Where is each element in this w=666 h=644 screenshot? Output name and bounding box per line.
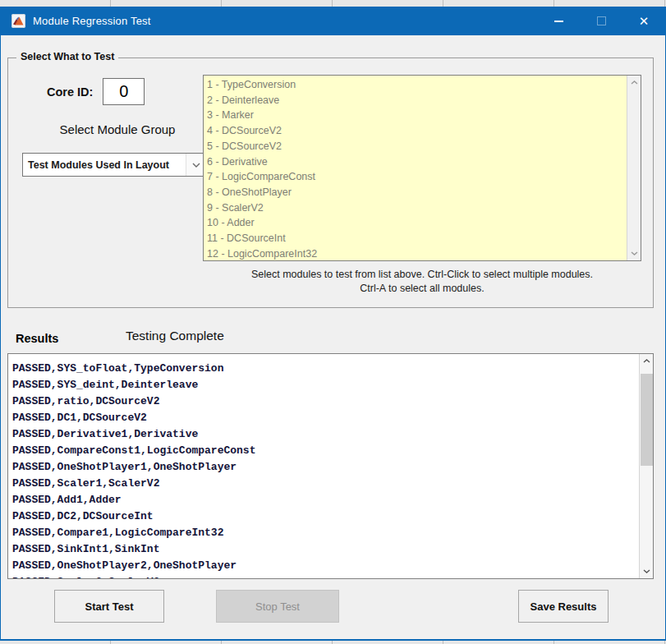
- module-regression-test-window: Module Regression Test ✕ Select What to …: [0, 7, 666, 641]
- result-line[interactable]: PASSED,SYS_toFloat,TypeConversion: [12, 361, 639, 377]
- core-id-row: Core ID:: [47, 78, 145, 105]
- result-line[interactable]: PASSED,Add1,Adder: [12, 492, 639, 508]
- scroll-up-icon[interactable]: [627, 76, 641, 90]
- module-list-item[interactable]: 1 - TypeConversion: [207, 77, 627, 93]
- result-line[interactable]: PASSED,Derivative1,Derivative: [12, 426, 639, 443]
- module-list-item[interactable]: 3 - Marker: [207, 108, 627, 123]
- module-list-item[interactable]: 7 - LogicCompareConst: [207, 169, 627, 185]
- scrollbar-thumb[interactable]: [641, 374, 653, 466]
- scroll-down-icon[interactable]: [627, 246, 641, 260]
- module-list-item[interactable]: 4 - DCSourceV2: [207, 123, 627, 139]
- core-id-label: Core ID:: [47, 85, 93, 99]
- result-line[interactable]: PASSED,ratio,DCSourceV2: [12, 393, 639, 410]
- matlab-icon: [11, 14, 25, 28]
- module-list-item[interactable]: 2 - Deinterleave: [207, 93, 627, 108]
- scroll-up-icon[interactable]: [640, 354, 654, 368]
- module-list-item[interactable]: 5 - DCSourceV2: [207, 139, 627, 154]
- module-select-help: Select modules to test from list above. …: [203, 268, 641, 296]
- scroll-down-icon[interactable]: [640, 564, 654, 578]
- result-line[interactable]: PASSED,SYS_deint,Deinterleave: [12, 377, 639, 393]
- result-line[interactable]: PASSED,SinkInt1,SinkInt: [12, 541, 639, 558]
- group-legend: Select What to Test: [16, 51, 118, 62]
- minimize-icon: [554, 21, 563, 22]
- results-scrollbar[interactable]: [639, 354, 653, 578]
- module-list[interactable]: 1 - TypeConversion2 - Deinterleave3 - Ma…: [204, 76, 627, 260]
- module-group-selected-value: Test Modules Used In Layout: [23, 159, 186, 171]
- save-results-button[interactable]: Save Results: [518, 590, 609, 623]
- result-line[interactable]: PASSED,CompareConst1,LogicCompareConst: [12, 443, 639, 459]
- window-controls: ✕: [537, 7, 665, 35]
- result-line[interactable]: PASSED,DC2,DCSourceInt: [12, 508, 639, 525]
- results-listbox: PASSED,SYS_toFloat,TypeConversionPASSED,…: [7, 353, 654, 579]
- result-line[interactable]: PASSED,OneShotPlayer1,OneShotPlayer: [12, 459, 639, 476]
- maximize-icon: [597, 16, 606, 25]
- module-list-scrollbar[interactable]: [627, 76, 641, 260]
- module-list-item[interactable]: 12 - LogicCompareInt32: [207, 246, 627, 260]
- stop-test-button: Stop Test: [216, 590, 339, 623]
- module-list-item[interactable]: 8 - OneShotPlayer: [207, 185, 627, 200]
- result-line[interactable]: PASSED,Scaler2,ScalerV2: [12, 574, 639, 578]
- result-line[interactable]: PASSED,Compare1,LogicCompareInt32: [12, 525, 639, 541]
- result-line[interactable]: PASSED,Scaler1,ScalerV2: [12, 476, 639, 492]
- core-id-input[interactable]: [103, 78, 145, 105]
- module-list-item[interactable]: 10 - Adder: [207, 215, 627, 231]
- window-title: Module Regression Test: [33, 15, 151, 27]
- module-group-label: Select Module Group: [22, 122, 213, 136]
- select-what-to-test-group: Select What to Test Core ID: Select Modu…: [7, 58, 654, 308]
- testing-status: Testing Complete: [126, 329, 224, 343]
- module-listbox: 1 - TypeConversion2 - Deinterleave3 - Ma…: [203, 75, 641, 261]
- module-list-item[interactable]: 11 - DCSourceInt: [207, 231, 627, 246]
- module-group-dropdown[interactable]: Test Modules Used In Layout: [22, 153, 206, 177]
- result-line[interactable]: PASSED,DC1,DCSourceV2: [12, 410, 639, 426]
- help-line-1: Select modules to test from list above. …: [203, 268, 641, 282]
- result-line[interactable]: PASSED,OneShotPlayer2,OneShotPlayer: [12, 558, 639, 574]
- start-test-button[interactable]: Start Test: [54, 590, 164, 623]
- module-list-item[interactable]: 6 - Derivative: [207, 154, 627, 170]
- title-bar[interactable]: Module Regression Test ✕: [1, 7, 665, 35]
- results-label: Results: [16, 332, 58, 345]
- maximize-button: [580, 7, 622, 35]
- results-list[interactable]: PASSED,SYS_toFloat,TypeConversionPASSED,…: [8, 354, 639, 578]
- close-icon: ✕: [639, 15, 650, 27]
- minimize-button[interactable]: [537, 7, 580, 35]
- close-button[interactable]: ✕: [622, 7, 665, 35]
- help-line-2: Ctrl-A to select all modules.: [203, 282, 641, 296]
- module-list-item[interactable]: 9 - ScalerV2: [207, 200, 627, 216]
